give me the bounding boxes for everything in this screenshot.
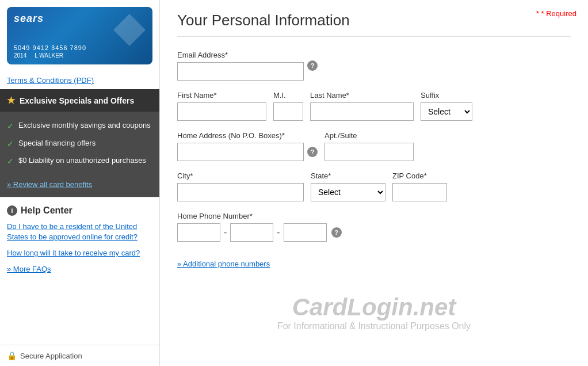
- phone-separator-2: -: [277, 227, 280, 238]
- review-benefits-container: » Review all card benefits: [0, 176, 159, 197]
- help-link-faqs[interactable]: » More FAQs: [7, 264, 152, 274]
- email-field-group: Email Address*: [177, 51, 304, 81]
- first-name-field-group: First Name*: [177, 91, 266, 121]
- card-diamond-icon: [112, 13, 147, 47]
- checkmark-icon-3: ✓: [7, 156, 14, 167]
- benefit-item-1: ✓ Exclusive monthly savings and coupons: [7, 117, 152, 135]
- state-select[interactable]: Select ALAKAZCA COFLGAIL NYTX: [311, 183, 385, 201]
- svg-marker-0: [113, 14, 146, 46]
- sidebar: sears 5049 9412 3456 7890 2014 L WALKER …: [0, 0, 160, 366]
- zip-input[interactable]: [392, 183, 447, 201]
- home-address-label: Home Address (No P.O. Boxes)*: [177, 131, 318, 140]
- suffix-field-group: Suffix Select Jr. Sr. II III IV: [421, 91, 472, 121]
- phone-separator-1: -: [224, 227, 227, 238]
- email-input[interactable]: [177, 62, 304, 81]
- secure-application: 🔒 Secure Application: [0, 345, 159, 366]
- secure-app-label: Secure Application: [20, 352, 82, 360]
- suffix-label: Suffix: [421, 91, 472, 100]
- apt-suite-field-group: Apt./Suite: [324, 131, 414, 161]
- home-address-field-group: Home Address (No P.O. Boxes)* ?: [177, 131, 318, 161]
- apt-suite-label: Apt./Suite: [324, 131, 414, 140]
- last-name-field-group: Last Name*: [310, 91, 414, 121]
- checkmark-icon-1: ✓: [7, 121, 14, 132]
- city-state-zip-row: City* State* Select ALAKAZCA COFLGAIL NY…: [177, 171, 571, 201]
- checkmark-icon-2: ✓: [7, 139, 14, 150]
- benefits-list: ✓ Exclusive monthly savings and coupons …: [0, 112, 159, 176]
- last-name-input[interactable]: [310, 102, 414, 121]
- home-address-input[interactable]: [177, 143, 304, 161]
- additional-phones-link[interactable]: » Additional phone numbers: [177, 260, 270, 268]
- help-center-section: i Help Center Do I have to be a resident…: [0, 197, 159, 287]
- email-row: Email Address* ?: [177, 51, 571, 81]
- phone-label: Home Phone Number*: [177, 212, 571, 220]
- card-details: 2014 L WALKER: [14, 52, 146, 59]
- zip-label: ZIP Code*: [392, 171, 447, 180]
- exclusive-specials-header: ★ Exclusive Specials and Offers: [0, 89, 159, 112]
- benefit-label-2: Special financing offers: [18, 138, 96, 148]
- help-link-2[interactable]: How long will it take to receive my card…: [7, 248, 152, 258]
- mi-input[interactable]: [273, 102, 303, 121]
- email-label: Email Address*: [177, 51, 304, 59]
- email-help-icon[interactable]: ?: [307, 60, 318, 71]
- name-row: First Name* M.I. Last Name* Suffix Selec…: [177, 91, 571, 121]
- star-icon: ★: [7, 95, 15, 106]
- address-row: Home Address (No P.O. Boxes)* ? Apt./Sui…: [177, 131, 571, 161]
- card-exp: 2014: [14, 52, 26, 59]
- card-holder: L WALKER: [35, 52, 63, 59]
- terms-conditions-link[interactable]: Terms & Conditions (PDF): [0, 71, 159, 89]
- main-content: * * Required Your Personal Information E…: [160, 0, 588, 366]
- first-name-label: First Name*: [177, 91, 266, 100]
- required-asterisk: *: [536, 9, 539, 18]
- phone-prefix-input[interactable]: [230, 223, 273, 242]
- phone-help-icon[interactable]: ?: [331, 227, 342, 238]
- apt-suite-input[interactable]: [324, 143, 414, 161]
- phone-inputs-row: - - ?: [177, 223, 571, 242]
- watermark: CardLogin.net For Informational & Instru…: [277, 293, 471, 331]
- phone-area-input[interactable]: [177, 223, 220, 242]
- benefit-item-3: ✓ $0 Liability on unauthorized purchases: [7, 152, 152, 170]
- review-benefits-link[interactable]: » Review all card benefits: [7, 180, 92, 189]
- phone-field-group: Home Phone Number* - - ?: [177, 212, 571, 252]
- city-label: City*: [177, 171, 304, 180]
- mi-label: M.I.: [273, 91, 303, 100]
- first-name-input[interactable]: [177, 102, 266, 121]
- last-name-label: Last Name*: [310, 91, 414, 100]
- benefit-label-1: Exclusive monthly savings and coupons: [18, 120, 151, 131]
- watermark-main-text: CardLogin.net: [277, 293, 471, 321]
- state-field-group: State* Select ALAKAZCA COFLGAIL NYTX: [311, 171, 385, 201]
- phone-line-input[interactable]: [284, 223, 327, 242]
- zip-field-group: ZIP Code*: [392, 171, 447, 201]
- benefit-label-3: $0 Liability on unauthorized purchases: [18, 155, 146, 166]
- info-icon: i: [7, 205, 17, 216]
- watermark-sub-text: For Informational & Instructional Purpos…: [277, 321, 471, 331]
- state-label: State*: [311, 171, 385, 180]
- required-note: * * Required: [536, 9, 576, 18]
- lock-icon: 🔒: [7, 351, 17, 360]
- help-center-title: i Help Center: [7, 205, 152, 216]
- city-input[interactable]: [177, 183, 304, 201]
- city-field-group: City*: [177, 171, 304, 201]
- address-help-icon[interactable]: ?: [307, 147, 318, 157]
- credit-card-image: sears 5049 9412 3456 7890 2014 L WALKER: [7, 7, 152, 64]
- help-center-label: Help Center: [21, 205, 72, 216]
- benefit-item-2: ✓ Special financing offers: [7, 135, 152, 153]
- suffix-select[interactable]: Select Jr. Sr. II III IV: [421, 102, 472, 121]
- help-link-1[interactable]: Do I have to be a resident of the United…: [7, 222, 152, 242]
- exclusive-header-label: Exclusive Specials and Offers: [20, 96, 134, 105]
- mi-field-group: M.I.: [273, 91, 303, 121]
- page-title: Your Personal Information: [177, 12, 571, 37]
